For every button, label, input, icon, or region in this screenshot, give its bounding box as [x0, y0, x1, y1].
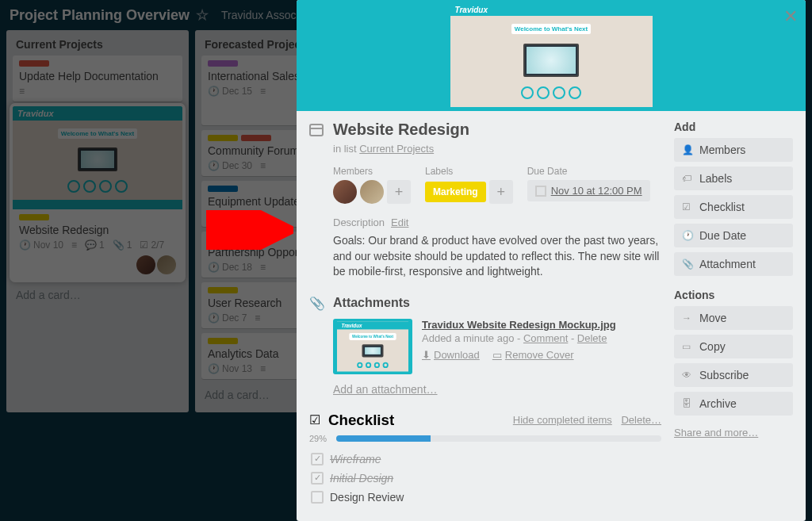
- checklist-icon: ☑: [682, 201, 693, 213]
- due-label: Due Date: [527, 166, 650, 177]
- archive-icon: 🗄: [682, 398, 693, 409]
- checkbox-icon[interactable]: [311, 491, 324, 504]
- checklist-item-label: Wireframe: [330, 453, 381, 465]
- svg-rect-2: [310, 125, 323, 136]
- labels-icon: 🏷: [682, 173, 693, 184]
- mock-brand: Travidux: [450, 4, 653, 16]
- checklist-icon: ☑: [309, 412, 320, 427]
- checklist-item-design-review[interactable]: Design Review: [311, 488, 661, 507]
- due-date-button[interactable]: Nov 10 at 12:00 PM: [527, 180, 650, 201]
- actions-section-title: Actions: [674, 289, 793, 301]
- attachment-comment-link[interactable]: Comment: [523, 332, 568, 344]
- attachments-heading: Attachments: [333, 296, 410, 310]
- card-cover[interactable]: ✕ Travidux Welcome to What's Next: [297, 0, 806, 111]
- mock-tagline: Welcome to What's Next: [349, 333, 396, 340]
- copy-button[interactable]: ▭Copy: [674, 335, 793, 358]
- eye-icon: 👁: [682, 370, 693, 381]
- in-list-link[interactable]: Current Projects: [359, 143, 434, 155]
- download-link[interactable]: ⬇ Download: [422, 349, 480, 361]
- archive-button[interactable]: 🗄Archive: [674, 392, 793, 416]
- add-labels-button[interactable]: 🏷Labels: [674, 167, 793, 190]
- members-icon: 👤: [682, 144, 693, 155]
- checklist-item-initial-design[interactable]: ✓ Initial Design: [311, 469, 661, 488]
- modal-sidebar: Add 👤Members 🏷Labels ☑Checklist 🕐Due Dat…: [674, 121, 793, 507]
- attachment-name[interactable]: Travidux Website Redesign Mockup.jpg: [422, 319, 661, 331]
- progress-percentage: 29%: [309, 434, 330, 443]
- mock-tagline: Welcome to What's Next: [511, 24, 591, 34]
- attachment-thumbnail[interactable]: Travidux Welcome to What's Next: [333, 319, 412, 374]
- due-value: Nov 10 at 12:00 PM: [551, 185, 642, 197]
- attachment-meta: Added a minute ago - Comment - Delete: [422, 332, 661, 344]
- add-member-button[interactable]: +: [387, 180, 411, 204]
- add-section-title: Add: [674, 121, 793, 133]
- laptop-graphic: [362, 345, 384, 358]
- description-label: Description: [333, 216, 385, 228]
- checkbox-icon[interactable]: ✓: [311, 453, 324, 465]
- cover-icon: ▭: [492, 349, 502, 361]
- checklist-delete-link[interactable]: Delete…: [621, 414, 661, 426]
- checklist-item-label: Design Review: [330, 491, 404, 504]
- add-label-button[interactable]: +: [489, 180, 513, 204]
- subscribe-button[interactable]: 👁Subscribe: [674, 363, 793, 387]
- due-checkbox[interactable]: [535, 186, 546, 197]
- members-block: Members +: [333, 166, 411, 204]
- add-due-date-button[interactable]: 🕐Due Date: [674, 224, 793, 247]
- chart-circles: [521, 86, 581, 99]
- progress-bar: [336, 435, 661, 442]
- cover-mockup: Travidux Welcome to What's Next: [450, 4, 653, 107]
- members-label: Members: [333, 166, 411, 177]
- in-list-text: in list Current Projects: [333, 143, 661, 155]
- laptop-graphic: [523, 44, 579, 77]
- share-and-more-link[interactable]: Share and more…: [674, 427, 758, 439]
- card-detail-title[interactable]: Website Redesign: [333, 121, 469, 139]
- modal-main-column: Website Redesign in list Current Project…: [309, 121, 661, 507]
- description-text[interactable]: Goals: Our brand & product have evolved …: [333, 233, 661, 280]
- add-members-button[interactable]: 👤Members: [674, 138, 793, 162]
- close-icon[interactable]: ✕: [783, 6, 798, 27]
- member-avatar[interactable]: [333, 180, 357, 204]
- checkbox-icon[interactable]: ✓: [311, 472, 324, 485]
- checklist-heading[interactable]: Checklist: [328, 412, 394, 429]
- labels-label: Labels: [425, 166, 513, 177]
- hide-completed-link[interactable]: Hide completed items: [513, 414, 612, 426]
- remove-cover-link[interactable]: ▭ Remove Cover: [492, 349, 574, 361]
- chart-circles: [357, 362, 389, 367]
- attachment-icon: 📎: [682, 259, 693, 270]
- attachment-item: Travidux Welcome to What's Next Travidux…: [333, 319, 661, 374]
- edit-description-link[interactable]: Edit: [391, 216, 408, 228]
- add-checklist-button[interactable]: ☑Checklist: [674, 195, 793, 219]
- red-arrow-annotation: [206, 210, 293, 250]
- add-attachment-button[interactable]: 📎Attachment: [674, 252, 793, 276]
- labels-block: Labels Marketing +: [425, 166, 513, 204]
- attachment-icon: 📎: [309, 296, 325, 311]
- card-detail-modal: ✕ Travidux Welcome to What's Next Websit…: [297, 0, 806, 521]
- due-date-block: Due Date Nov 10 at 12:00 PM: [527, 166, 650, 204]
- checklist-item-wireframe[interactable]: ✓ Wireframe: [311, 450, 661, 469]
- attachment-delete-link[interactable]: Delete: [577, 332, 607, 344]
- add-attachment-link[interactable]: Add an attachment…: [333, 383, 438, 396]
- copy-icon: ▭: [682, 341, 693, 352]
- member-avatar[interactable]: [360, 180, 384, 204]
- checklist-item-label: Initial Design: [330, 472, 393, 485]
- arrow-right-icon: →: [682, 312, 693, 324]
- card-icon: [309, 124, 325, 140]
- download-icon: ⬇: [422, 349, 431, 361]
- mock-brand: Travidux: [337, 321, 408, 329]
- label-marketing[interactable]: Marketing: [425, 182, 486, 202]
- clock-icon: 🕐: [682, 230, 693, 241]
- move-button[interactable]: →Move: [674, 306, 793, 330]
